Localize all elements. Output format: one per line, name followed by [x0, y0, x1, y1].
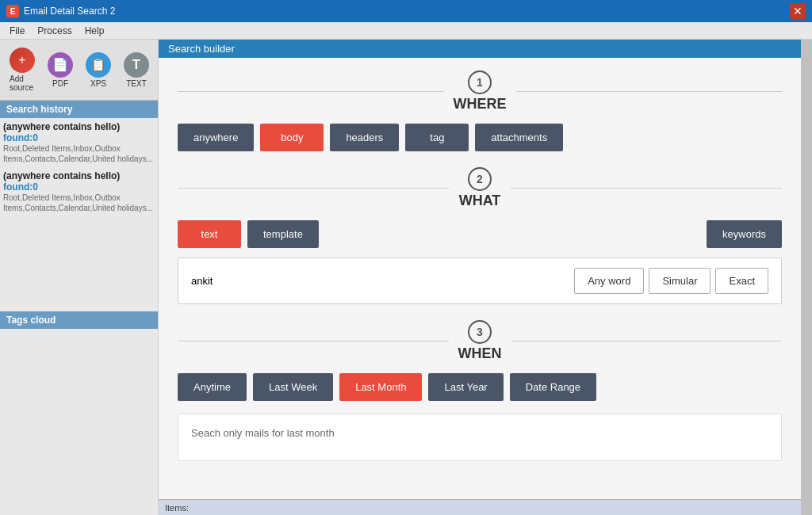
add-source-icon: +	[10, 48, 35, 73]
history-query-2: (anywhere contains hello)	[3, 170, 155, 181]
history-detail-2: Root,Deleted Items,Inbox,Outbox Items,Co…	[3, 193, 155, 213]
text-icon: T	[124, 52, 149, 78]
sidebar: + Add source 📄 PDF 📋 XPS T TEXT Search h…	[0, 40, 159, 515]
match-buttons: Any word Simular Exact	[574, 268, 768, 294]
match-similar-button[interactable]: Simular	[649, 268, 710, 294]
status-bar: Items:	[159, 499, 801, 515]
what-buttons: text template keywords	[178, 220, 782, 248]
when-last-month-button[interactable]: Last Month	[339, 373, 422, 401]
when-section: 3 WHEN Anytime Last Week Last Month Last…	[178, 320, 782, 461]
text-button[interactable]: T TEXT	[119, 49, 154, 91]
when-description: Seach only mails for last month	[178, 414, 782, 461]
when-buttons: Anytime Last Week Last Month Last Year D…	[178, 373, 782, 401]
where-tag-button[interactable]: tag	[405, 124, 469, 151]
xps-label: XPS	[90, 79, 106, 88]
add-source-button[interactable]: + Add source	[5, 44, 40, 95]
when-date-range-button[interactable]: Date Range	[510, 373, 596, 401]
menu-bar: File Process Help	[0, 22, 812, 40]
match-any-word-button[interactable]: Any word	[574, 268, 644, 294]
what-badge: 2	[468, 167, 492, 191]
xps-icon: 📋	[86, 52, 111, 78]
list-item[interactable]: (anywhere contains hello) found:0 Root,D…	[3, 121, 155, 164]
history-list: (anywhere contains hello) found:0 Root,D…	[0, 118, 158, 311]
what-keywords-button[interactable]: keywords	[707, 220, 782, 248]
what-template-button[interactable]: template	[247, 220, 319, 248]
items-label: Items:	[165, 503, 189, 513]
where-buttons: anywhere body headers tag attachments	[178, 124, 782, 151]
history-found-1: found:0	[3, 132, 155, 143]
when-anytime-button[interactable]: Anytime	[178, 373, 247, 401]
sidebar-toolbar: + Add source 📄 PDF 📋 XPS T TEXT	[0, 40, 158, 101]
right-panel: Search builder 1 WHERE anywhere body hea…	[159, 40, 801, 515]
when-last-week-button[interactable]: Last Week	[253, 373, 333, 401]
menu-file[interactable]: File	[3, 24, 31, 38]
match-exact-button[interactable]: Exact	[715, 268, 768, 294]
where-body-button[interactable]: body	[260, 124, 324, 151]
what-section: 2 WHAT text template keywords Any word S…	[178, 167, 782, 304]
menu-process[interactable]: Process	[31, 24, 78, 38]
what-input-area: Any word Simular Exact	[178, 258, 782, 304]
where-badge: 1	[468, 71, 492, 94]
when-title: WHEN	[458, 345, 502, 362]
where-headers-button[interactable]: headers	[330, 124, 399, 151]
app-icon: E	[6, 5, 19, 17]
search-history-header: Search history	[0, 101, 158, 118]
pdf-button[interactable]: 📄 PDF	[43, 49, 78, 91]
text-label: TEXT	[126, 79, 147, 88]
close-button[interactable]: ✕	[790, 3, 806, 19]
pdf-icon: 📄	[48, 52, 73, 78]
app-title: Email Detail Search 2	[24, 6, 115, 17]
builder-body: 1 WHERE anywhere body headers tag attach…	[159, 58, 801, 499]
xps-button[interactable]: 📋 XPS	[81, 49, 116, 91]
list-item[interactable]: (anywhere contains hello) found:0 Root,D…	[3, 170, 155, 213]
where-section: 1 WHERE anywhere body headers tag attach…	[178, 71, 782, 151]
title-bar: E Email Detail Search 2 ✕	[0, 0, 812, 22]
what-text-button[interactable]: text	[178, 220, 241, 248]
what-search-input[interactable]	[191, 275, 565, 287]
menu-help[interactable]: Help	[79, 24, 111, 38]
what-title: WHAT	[459, 193, 501, 209]
tags-cloud-header: Tags cloud	[0, 311, 158, 329]
when-last-year-button[interactable]: Last Year	[428, 373, 503, 401]
where-title: WHERE	[454, 96, 507, 113]
where-anywhere-button[interactable]: anywhere	[178, 124, 254, 151]
history-detail-1: Root,Deleted Items,Inbox,Outbox Items,Co…	[3, 143, 155, 164]
right-scrollbar[interactable]	[801, 40, 812, 515]
when-badge: 3	[468, 320, 492, 344]
history-query-1: (anywhere contains hello)	[3, 121, 155, 132]
add-source-label: Add source	[10, 74, 35, 92]
search-builder-header: Search builder	[159, 40, 801, 58]
pdf-label: PDF	[52, 79, 68, 88]
history-found-2: found:0	[3, 181, 155, 193]
where-attachments-button[interactable]: attachments	[475, 124, 563, 151]
